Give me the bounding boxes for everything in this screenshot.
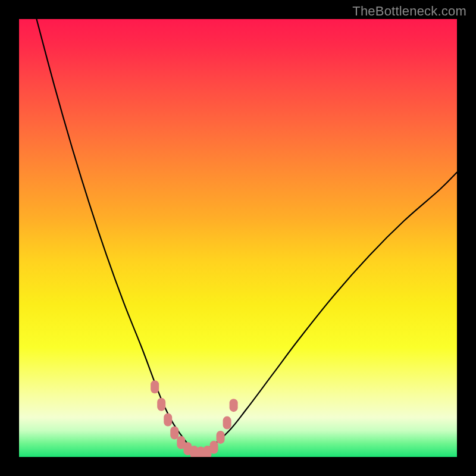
highlighted-markers [151, 380, 237, 457]
marker-point [151, 380, 159, 393]
chart-svg [19, 19, 457, 457]
left-curve-path [36, 19, 198, 453]
right-curve [199, 173, 457, 453]
plot-area [19, 19, 457, 457]
marker-point [223, 416, 231, 430]
marker-point [230, 399, 238, 412]
marker-point [217, 431, 225, 444]
chart-frame: TheBottleneck.com [0, 0, 476, 476]
watermark-text: TheBottleneck.com [352, 4, 466, 19]
left-curve [36, 19, 198, 453]
right-curve-path [199, 173, 457, 453]
marker-point [157, 398, 165, 411]
marker-point [170, 427, 178, 440]
marker-point [164, 413, 172, 426]
marker-point [210, 441, 218, 454]
